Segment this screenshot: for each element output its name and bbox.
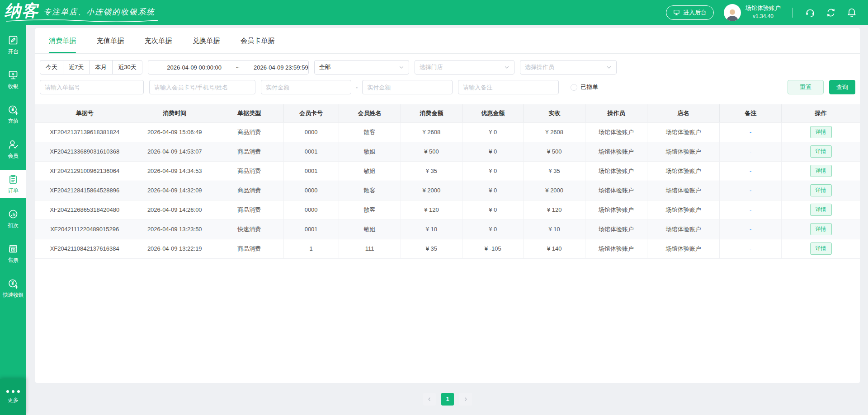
detail-button[interactable]: 详情 [810, 145, 832, 158]
cell-type: 商品消费 [215, 142, 283, 161]
date-end-input[interactable] [241, 64, 321, 71]
reset-button[interactable]: 重置 [788, 80, 824, 94]
tab-exchange-orders[interactable]: 兑换单据 [193, 28, 220, 53]
detail-button[interactable]: 详情 [810, 204, 832, 216]
detail-button[interactable]: 详情 [810, 165, 832, 177]
cell-card-no: 0000 [283, 200, 339, 219]
tab-member-card-orders[interactable]: 会员卡单据 [241, 28, 274, 53]
cell-consume-amount: ¥ 35 [401, 239, 462, 258]
remark-link[interactable]: - [750, 129, 751, 135]
orders-card: 消费单据 充值单据 充次单据 兑换单据 会员卡单据 今天 近7天 本月 近30天 [35, 28, 860, 383]
account-box[interactable]: 场馆体验账户 v1.34.40 [724, 4, 781, 21]
cell-discount-amount: ¥ -105 [462, 239, 524, 258]
cancelled-radio[interactable] [571, 84, 577, 91]
cell-time: 2026-04-09 13:22:19 [134, 239, 215, 258]
sidebar-item-ticket[interactable]: ¥ 售票 [0, 240, 26, 268]
cancelled-radio-group[interactable]: 已撤单 [571, 83, 598, 91]
bell-icon[interactable] [846, 7, 857, 18]
user-avatar-icon [725, 7, 740, 21]
quick-range-30days[interactable]: 近30天 [113, 61, 142, 74]
cell-order-no: XF2042110842137616384 [35, 239, 134, 258]
cell-discount-amount: ¥ 0 [462, 142, 524, 161]
search-button[interactable]: 查询 [829, 80, 855, 94]
document-tabs: 消费单据 充值单据 充次单据 兑换单据 会员卡单据 [35, 28, 860, 54]
quick-range-month[interactable]: 本月 [90, 61, 113, 74]
order-no-input[interactable] [40, 80, 144, 94]
sidebar-item-recharge[interactable]: ¥ 充值 [0, 101, 26, 129]
amount-min-input[interactable] [261, 80, 351, 94]
detail-button[interactable]: 详情 [810, 184, 832, 196]
cell-remark: - [720, 239, 782, 258]
remark-link[interactable]: - [750, 245, 751, 252]
member-search-input[interactable] [149, 80, 255, 94]
cell-time: 2026-04-09 14:32:09 [134, 181, 215, 200]
col-header-card-no: 会员卡号 [283, 104, 339, 122]
cell-time: 2026-04-09 14:34:53 [134, 161, 215, 181]
table-header-row: 单据号 消费时间 单据类型 会员卡号 会员姓名 消费金额 优惠金额 实收 操作员… [35, 104, 860, 122]
cell-received: ¥ 140 [524, 239, 585, 258]
cell-discount-amount: ¥ 0 [462, 181, 524, 200]
current-page-button[interactable]: 1 [441, 393, 454, 406]
tab-consume-orders[interactable]: 消费单据 [49, 28, 76, 53]
deduct-count-icon [8, 209, 19, 219]
tab-recharge-count-orders[interactable]: 充次单据 [145, 28, 172, 53]
sidebar-item-member[interactable]: 会员 [0, 135, 26, 163]
cell-remark: - [720, 219, 782, 239]
detail-button[interactable]: 详情 [810, 242, 832, 255]
order-type-select[interactable]: 全部 [314, 60, 409, 75]
support-headset-icon[interactable] [805, 7, 816, 18]
col-header-operator: 操作员 [585, 104, 647, 122]
sidebar-item-deduct[interactable]: 扣次 [0, 205, 26, 233]
sync-refresh-icon[interactable] [826, 7, 836, 18]
cell-consume-amount: ¥ 500 [401, 142, 462, 161]
sidebar-item-cashier[interactable]: ¥ 收银 [0, 66, 26, 94]
table-row: XF2042128415864528896 2026-04-09 14:32:0… [35, 181, 860, 200]
cell-type: 快速消费 [215, 219, 283, 239]
detail-button[interactable]: 详情 [810, 126, 832, 138]
remark-link[interactable]: - [750, 148, 751, 155]
remark-link[interactable]: - [750, 206, 751, 213]
table-row: XF2042129100962136064 2026-04-09 14:34:5… [35, 161, 860, 181]
filter-panel: 今天 近7天 本月 近30天 ~ 全部 [35, 54, 860, 100]
quick-range-today[interactable]: 今天 [40, 61, 63, 74]
svg-text:¥: ¥ [11, 107, 14, 112]
sidebar-item-quick-cashier[interactable]: ¥ 快速收银 [0, 275, 26, 303]
cell-actions: 详情 [782, 219, 860, 239]
remark-link[interactable]: - [750, 187, 751, 194]
operator-select[interactable]: 选择操作员 [520, 60, 617, 75]
cell-operator: 场馆体验账户 [585, 239, 647, 258]
recharge-icon: ¥ [8, 104, 19, 115]
remark-link[interactable]: - [750, 168, 751, 174]
sidebar-item-orders[interactable]: 订单 [0, 170, 26, 198]
quick-range-7days[interactable]: 近7天 [63, 61, 90, 74]
prev-page-button[interactable] [423, 393, 436, 406]
cell-actions: 详情 [782, 122, 860, 142]
table-row: XF2042133689031610368 2026-04-09 14:53:0… [35, 142, 860, 161]
amount-max-input[interactable] [362, 80, 453, 94]
cell-discount-amount: ¥ 0 [462, 161, 524, 181]
cell-discount-amount: ¥ 0 [462, 122, 524, 142]
account-text: 场馆体验账户 v1.34.40 [745, 4, 781, 20]
cell-order-no: XF2042111220489015296 [35, 219, 134, 239]
next-page-button[interactable] [459, 393, 472, 406]
sidebar-item-open-table[interactable]: 开台 [0, 31, 26, 59]
table-row: XF2042137139618381824 2026-04-09 15:06:4… [35, 122, 860, 142]
cell-store: 场馆体验账户 [647, 239, 720, 258]
chevron-down-icon [606, 65, 612, 70]
table-row: XF2042126865318420480 2026-04-09 14:26:0… [35, 200, 860, 219]
cell-order-no: XF2042137139618381824 [35, 122, 134, 142]
store-select[interactable]: 选择门店 [415, 60, 514, 75]
detail-button[interactable]: 详情 [810, 223, 832, 235]
cancelled-radio-label: 已撤单 [580, 83, 598, 91]
remark-link[interactable]: - [750, 226, 751, 233]
cell-operator: 场馆体验账户 [585, 122, 647, 142]
date-start-input[interactable] [155, 64, 234, 71]
filter-row-2: - 已撤单 重置 查询 [40, 80, 855, 94]
date-range-picker[interactable]: ~ [148, 60, 309, 75]
cell-card-no: 0000 [283, 181, 339, 200]
remark-input[interactable] [458, 80, 559, 94]
chevron-left-icon [427, 396, 432, 402]
sidebar-more-button[interactable]: 更多 [0, 379, 26, 415]
tab-recharge-orders[interactable]: 充值单据 [97, 28, 124, 53]
enter-backend-button[interactable]: 进入后台 [666, 5, 714, 20]
